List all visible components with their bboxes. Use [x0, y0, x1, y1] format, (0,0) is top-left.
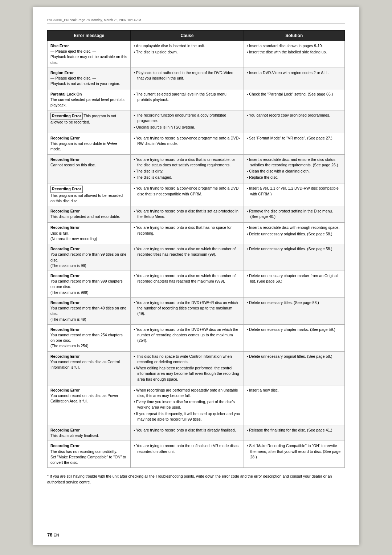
- cause-item: When recordings are performed repeatedly…: [134, 388, 240, 398]
- cause-cell: You are trying to record onto a disc on …: [131, 271, 244, 298]
- solution-item: Delete unnecessary original titles. (See…: [247, 354, 342, 359]
- cause-cell: The recording function encountered a cop…: [131, 110, 244, 133]
- table-row: Recording ErrorYou cannot record on this…: [48, 385, 345, 425]
- cause-cell: You are trying to record onto a disc on …: [131, 244, 244, 271]
- error-message-cell: Recording ErrorThis program is not recor…: [48, 133, 131, 154]
- solution-item: Delete unnecessary titles. (See page 58.…: [247, 300, 342, 305]
- solution-item: Insert a DVD-Video with region codes 2 o…: [247, 70, 342, 76]
- table-row: Recording ErrorYou cannot record more th…: [48, 244, 345, 271]
- cause-item: You are trying to record onto the DVD+RW…: [134, 327, 240, 344]
- cause-item: The current selected parental level in t…: [134, 92, 240, 102]
- error-message-cell: Recording ErrorYou cannot record on this…: [48, 351, 131, 385]
- solution-item: Delete unnecessary chapter marks. (See p…: [247, 327, 342, 332]
- cause-item: Original source is in NTSC system.: [134, 125, 240, 130]
- table-row: Recording ErrorThis disc is protected an…: [48, 206, 345, 223]
- solution-item: Set "Make Recording Compatible" to "ON" …: [247, 443, 342, 460]
- error-message-cell: Recording ErrorThe disc has no recording…: [48, 441, 131, 468]
- cause-item: The disc is damaged.: [134, 175, 240, 180]
- header-text: E9GA0BD_EN.book Page 78 Monday, March 26…: [47, 18, 141, 22]
- cause-item: An unplayable disc is inserted in the un…: [134, 43, 240, 49]
- error-message-cell: Recording ErrorYou cannot record more th…: [48, 324, 131, 351]
- table-row: Parental Lock OnThe current selected par…: [48, 89, 345, 110]
- cause-cell: You are trying to record onto a disc tha…: [131, 206, 244, 223]
- col-header-cause: Cause: [131, 31, 244, 41]
- solution-item: Insert a recordable disc with enough rec…: [247, 225, 342, 230]
- solution-item: Replace the disc.: [247, 175, 342, 180]
- table-row: Disc Error— Please eject the disc. —Play…: [48, 41, 345, 68]
- cause-cell: You are trying to record onto the unfina…: [131, 441, 244, 468]
- cause-item: When editing has been repeatedly perform…: [134, 365, 240, 382]
- cause-item: You are trying to record onto the DVD+RW…: [134, 300, 240, 317]
- error-message-cell: Recording ErrorYou cannot record more th…: [48, 271, 131, 298]
- cause-item: You are trying to record onto a disc tha…: [134, 225, 240, 236]
- solution-cell: Delete unnecessary titles. (See page 58.…: [244, 297, 344, 324]
- cause-item: The recording function encountered a cop…: [134, 113, 240, 123]
- error-message-cell: Recording Error This program is not allo…: [48, 110, 131, 133]
- table-row: Recording Error This program is not allo…: [48, 110, 345, 133]
- error-message-cell: Recording ErrorYou cannot record more th…: [48, 297, 131, 324]
- error-message-cell: Recording ErrorYou cannot record on this…: [48, 385, 131, 425]
- cause-cell: You are trying to record onto a disc tha…: [131, 425, 244, 441]
- table-row: Recording ErrorCannot record on this dis…: [48, 154, 345, 183]
- cause-item: The disc is dirty.: [134, 169, 240, 174]
- cause-item: Playback is not authorised in the region…: [134, 70, 240, 81]
- solution-cell: Check the "Parental Lock" setting. (See …: [244, 89, 344, 110]
- table-row: Recording ErrorYou cannot record more th…: [48, 297, 345, 324]
- cause-item: You are trying to record onto a disc tha…: [134, 428, 240, 433]
- table-row: Recording ErrorThe disc has no recording…: [48, 441, 345, 468]
- cause-cell: You are trying to record onto a disc tha…: [131, 223, 244, 244]
- cause-item: Every time you insert a disc for recordi…: [134, 399, 240, 410]
- solution-cell: Set "Format Mode" to "VR mode". (See pag…: [244, 133, 344, 154]
- error-message-cell: Recording ErrorDisc is full.(No area for…: [48, 223, 131, 244]
- table-row: Recording ErrorYou cannot record more th…: [48, 324, 345, 351]
- page-header: E9GA0BD_EN.book Page 78 Monday, March 26…: [47, 18, 345, 24]
- table-row: Recording ErrorThis disc is already fina…: [48, 425, 345, 441]
- solution-item: Insert the disc with the labelled side f…: [247, 49, 342, 55]
- error-message-cell: Recording ErrorThis disc is protected an…: [48, 206, 131, 223]
- cause-item: You are trying to record onto a disc on …: [134, 273, 240, 284]
- solution-item: You cannot record copy prohibited progra…: [247, 113, 342, 118]
- table-row: Recording ErrorYou cannot record on this…: [48, 351, 345, 385]
- cause-cell: An unplayable disc is inserted in the un…: [131, 41, 244, 68]
- solution-cell: Insert a DVD-Video with region codes 2 o…: [244, 68, 344, 89]
- error-message-cell: Recording ErrorYou cannot record more th…: [48, 244, 131, 271]
- cause-item: You are trying to record onto the unfina…: [134, 443, 240, 454]
- cause-cell: You are trying to record onto a disc tha…: [131, 154, 244, 183]
- cause-cell: You are trying to record onto the DVD+RW…: [131, 297, 244, 324]
- error-message-cell: Parental Lock OnThe current selected par…: [48, 89, 131, 110]
- solution-cell: Insert a recordable disc with enough rec…: [244, 223, 344, 244]
- solution-cell: Remove the disc protect setting in the D…: [244, 206, 344, 223]
- solution-cell: Delete unnecessary chapter marks. (See p…: [244, 324, 344, 351]
- solution-cell: Insert a ver. 1.1 or ver. 1.2 DVD-RW dis…: [244, 183, 344, 206]
- cause-item: This disc has no space to write Control …: [134, 354, 240, 365]
- solution-cell: Insert a standard disc shown in pages 9-…: [244, 41, 344, 68]
- cause-item: You are trying to record onto a disc tha…: [134, 208, 240, 219]
- table-row: Region Error— Please eject the disc. —Pl…: [48, 68, 345, 89]
- solution-item: Insert a standard disc shown in pages 9-…: [247, 43, 342, 49]
- footnote: * If you are still having trouble with t…: [47, 474, 345, 485]
- cause-item: You are trying to record a copy-once pro…: [134, 135, 240, 146]
- solution-cell: Insert a recordable disc, and ensure the…: [244, 154, 344, 183]
- error-table: Error message Cause Solution Disc Error—…: [47, 30, 345, 468]
- solution-item: Insert a new disc.: [247, 388, 342, 393]
- solution-cell: Delete unnecessary original titles. (See…: [244, 244, 344, 271]
- cause-cell: You are trying to record a copy-once pro…: [131, 133, 244, 154]
- page-suffix: EN: [52, 533, 59, 537]
- solution-cell: You cannot record copy prohibited progra…: [244, 110, 344, 133]
- page-number: 78 EN: [47, 532, 59, 538]
- error-message-cell: Disc Error— Please eject the disc. —Play…: [48, 41, 131, 68]
- cause-cell: This disc has no space to write Control …: [131, 351, 244, 385]
- table-row: Recording ErrorThis program is not recor…: [48, 133, 345, 154]
- page: E9GA0BD_EN.book Page 78 Monday, March 26…: [33, 7, 359, 545]
- cause-cell: You are trying to record a copy-once pro…: [131, 183, 244, 206]
- solution-item: Insert a recordable disc, and ensure the…: [247, 157, 342, 168]
- error-message-cell: Recording ErrorCannot record on this dis…: [48, 154, 131, 183]
- page-num-value: 78: [47, 532, 52, 538]
- col-header-error: Error message: [48, 31, 131, 41]
- solution-item: Set "Format Mode" to "VR mode". (See pag…: [247, 135, 342, 141]
- solution-item: Delete unnecessary original titles. (See…: [247, 246, 342, 252]
- cause-item: You are trying to record a copy-once pro…: [134, 186, 240, 197]
- table-row: Recording ErrorDisc is full.(No area for…: [48, 223, 345, 244]
- solution-cell: Delete unnecessary original titles. (See…: [244, 351, 344, 385]
- solution-cell: Delete unnecessary chapter marker from a…: [244, 271, 344, 298]
